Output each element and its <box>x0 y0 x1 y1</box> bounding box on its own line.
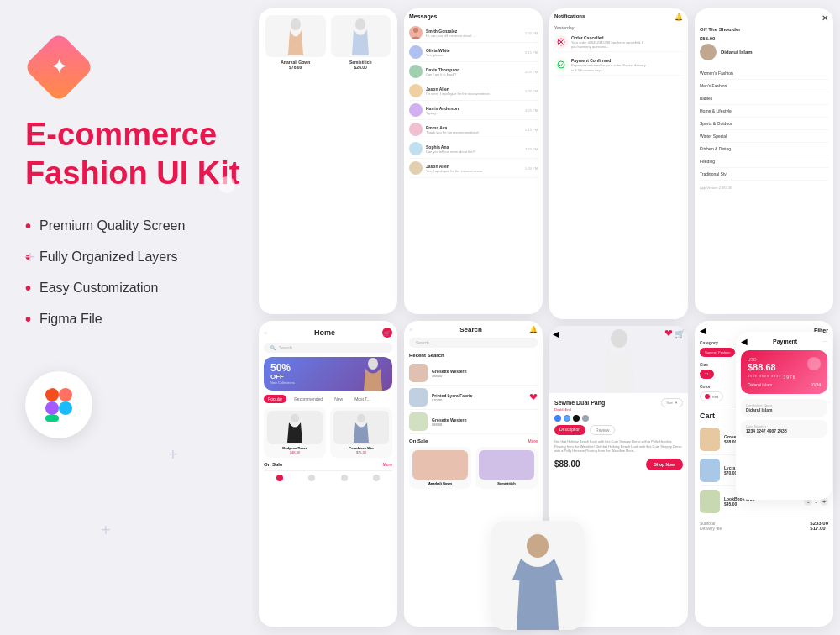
phone-home: ≡ Home 🛒 🔍 Search... 50% OFF New Collect… <box>259 321 397 627</box>
phone-chat: Messages Smith Gonzalez Hi, can you tell… <box>404 8 543 314</box>
on-sale-row-search: On Sale More <box>409 438 538 443</box>
cart-detail-icon[interactable]: 🛒 <box>675 329 685 338</box>
svg-point-10 <box>291 414 299 422</box>
svg-point-5 <box>59 401 72 415</box>
off-shoulder-label: Off The Shoulder <box>700 27 828 32</box>
chat-item-6[interactable]: Emma Ava Thank you for the recommendatio… <box>409 120 538 139</box>
filter-back-icon[interactable]: ◀ <box>700 326 706 335</box>
color-gray[interactable] <box>582 415 589 422</box>
cart-img-2 <box>700 459 720 482</box>
avatar-5 <box>409 103 423 117</box>
cart-section-title: Cart <box>700 412 715 420</box>
cart-img-1 <box>700 428 720 451</box>
search-input[interactable]: Search... <box>409 338 538 348</box>
chat-item-4[interactable]: Jason Allen I'm sorry, I apologize for t… <box>409 81 538 101</box>
credit-card: USD $88.68 **** **** **** 3976 Didarul I… <box>741 350 827 394</box>
notif-section-yesterday: Yesterday <box>554 25 683 30</box>
phone-menu: ✕ Off The Shoulder $55.00 Didarul Islam … <box>695 8 833 314</box>
svg-rect-4 <box>45 401 59 415</box>
person-card <box>491 521 584 630</box>
product-item-1[interactable]: Bodycon Dress $48.00 <box>264 407 326 458</box>
payment-more-icon[interactable]: ··· <box>822 338 827 344</box>
svg-point-11 <box>357 414 365 422</box>
payment-back-icon[interactable]: ◀ <box>741 337 748 346</box>
sale-products: Anarkali Gown Semistitich <box>409 447 538 489</box>
title-line1: E-commerce <box>25 118 244 153</box>
color-red-opt[interactable]: Red <box>700 391 723 401</box>
chat-item-8[interactable]: Jason Allen Yes, I apologize for the inc… <box>409 159 538 178</box>
chat-item-5[interactable]: Harris Anderson Typing... 4:25 PM <box>409 101 538 120</box>
on-sale-row: On Sale More <box>264 462 392 467</box>
nav-cart[interactable] <box>341 475 348 481</box>
nav-profile[interactable] <box>373 475 380 481</box>
phone-payment-overlay: ◀ Payment ··· USD $88.68 **** **** **** … <box>736 332 832 500</box>
close-menu-button[interactable]: ✕ <box>700 13 828 23</box>
phone-notifications: Notifications 🔔 Yesterday Order Cancelle… <box>549 8 688 319</box>
menu-user-avatar: Didarul Islam <box>700 44 828 60</box>
chat-item-7[interactable]: Sophia Ana Can you tell me more about th… <box>409 139 538 159</box>
card-number-field[interactable]: Card Number 1234 1247 4907 2438 <box>741 420 827 438</box>
notif-payment-confirmed: Payment Confirmed Payment confirmed for … <box>554 55 683 75</box>
avatar-6 <box>409 123 423 136</box>
column-4: ✕ Off The Shoulder $55.00 Didarul Islam … <box>695 8 833 627</box>
color-lightblue[interactable] <box>564 415 570 422</box>
home-search-bar[interactable]: 🔍 Search... <box>264 343 392 353</box>
notif-order-cancelled: Order Cancelled Your order #08452345798 … <box>554 33 683 52</box>
chat-item-2[interactable]: Olivia White Yes, please. 2:15 PM <box>409 43 538 62</box>
sale-item-2[interactable]: Semistitich <box>475 447 538 489</box>
nav-home[interactable] <box>276 475 283 481</box>
cart-icon: 🛒 <box>382 328 392 338</box>
sale-item-1[interactable]: Anarkali Gown <box>409 447 471 489</box>
figma-badge <box>25 371 92 438</box>
recent-item-3[interactable]: Grosette Western $88.00 <box>409 410 538 434</box>
color-black[interactable] <box>573 415 580 422</box>
nav-search[interactable] <box>308 475 315 481</box>
cart-total-row: Subtotal Delivery fee $203.00 $17.00 <box>700 517 828 531</box>
product-detail-image: ◀ 🛒 <box>549 326 688 393</box>
cardholder-field[interactable]: Cardholder Name Didarul Islam <box>741 399 827 417</box>
notif-bell-icon: 🔔 <box>675 13 683 21</box>
product-item-2[interactable]: Colorblock Win $75.00 <box>330 407 392 458</box>
svg-point-9 <box>368 358 378 370</box>
card-brand-icon <box>807 357 821 370</box>
recent-item-1[interactable]: Grosette Western $88.00 <box>409 361 538 386</box>
wishlist-heart-icon[interactable] <box>664 329 673 338</box>
app-logo: ✦ <box>25 34 92 101</box>
chat-item-3[interactable]: Davis Thompson Can I get it in black? 4:… <box>409 62 538 81</box>
menu-icon: ≡ <box>409 327 412 333</box>
notif-icon: 🔔 <box>529 326 538 333</box>
phone-payment: ◀ Payment ··· USD $88.68 **** **** **** … <box>736 332 832 500</box>
recent-img-1 <box>409 364 428 382</box>
color-selector <box>554 415 683 422</box>
home-banner: 50% OFF New Collections <box>264 357 392 391</box>
price-shop-row: $88.00 Shop Now <box>554 459 683 470</box>
chat-item-1[interactable]: Smith Gonzalez Hi, can you tell me more … <box>409 24 538 43</box>
home-products: Bodycon Dress $48.00 Colorblock Win $75.… <box>264 407 392 458</box>
svg-point-16 <box>558 61 564 68</box>
cart-img-3 <box>700 490 720 513</box>
size-selector[interactable]: Size ▼ <box>661 398 683 407</box>
svg-rect-3 <box>59 388 72 401</box>
color-blue[interactable] <box>554 415 561 422</box>
back-arrow-icon[interactable]: ◀ <box>553 329 559 338</box>
svg-point-8 <box>355 18 365 30</box>
svg-point-7 <box>291 18 301 30</box>
phone-top-products: Anarkali Gown $78.00 Semistitich $26.00 <box>259 8 397 314</box>
wishlist-icon[interactable] <box>529 393 538 402</box>
bottom-nav <box>264 470 392 485</box>
avatar-3 <box>409 65 423 78</box>
search-icon: 🔍 <box>270 345 276 350</box>
deco-plus-1: + <box>25 248 35 267</box>
title-line2: Fashion UI Kit <box>25 156 244 192</box>
cancel-icon <box>554 35 568 49</box>
recent-item-2[interactable]: Printed Lycra Fabric $70.00 <box>409 386 538 410</box>
check-icon <box>554 58 568 71</box>
feature-item-3: Easy Customization <box>25 279 244 298</box>
deco-circle-2 <box>42 378 54 390</box>
user-avatar-img <box>700 44 717 60</box>
svg-point-18 <box>527 534 549 558</box>
svg-point-17 <box>611 329 627 348</box>
detail-tabs: Description Review <box>554 425 683 435</box>
recent-img-2 <box>409 388 428 407</box>
product-detail-body: Sewme Dual Pang Size ▼ DoubleEnd Descrip… <box>549 393 688 475</box>
